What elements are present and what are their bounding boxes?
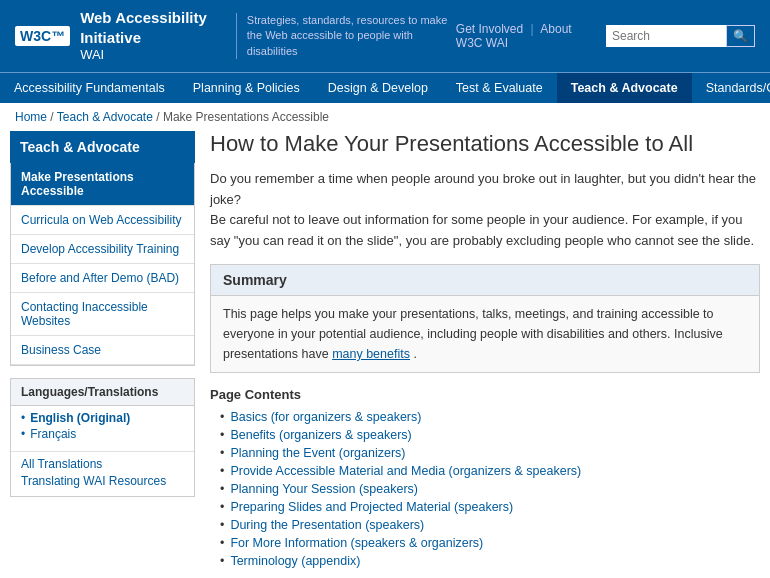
w3c-text: W3C bbox=[20, 28, 51, 44]
nav-link-design-develop[interactable]: Design & Develop bbox=[314, 73, 442, 103]
page-contents: Page Contents Basics (for organizers & s… bbox=[210, 387, 760, 568]
page-layout: Teach & Advocate Make Presentations Acce… bbox=[0, 131, 770, 578]
intro-line2: Be careful not to leave out information … bbox=[210, 210, 760, 252]
toc-link-planning-session[interactable]: Planning Your Session (speakers) bbox=[230, 482, 418, 496]
breadcrumb-sep2: / bbox=[156, 110, 163, 124]
breadcrumb-home[interactable]: Home bbox=[15, 110, 47, 124]
toc-link-more-info[interactable]: For More Information (speakers & organiz… bbox=[230, 536, 483, 550]
sidebar-lang-links: All Translations Translating WAI Resourc… bbox=[11, 451, 194, 496]
summary-text-before: This page helps you make your presentati… bbox=[223, 307, 723, 361]
tagline: Strategies, standards, resources to make… bbox=[236, 13, 456, 59]
sidebar-item-bad: Before and After Demo (BAD) bbox=[11, 264, 194, 293]
toc-item-planning-event: Planning the Event (organizers) bbox=[220, 446, 760, 460]
sidebar-nav-list: Make Presentations Accessible Curricula … bbox=[11, 163, 194, 365]
summary-heading: Summary bbox=[211, 265, 759, 296]
toc-link-preparing-slides[interactable]: Preparing Slides and Projected Material … bbox=[230, 500, 513, 514]
toc-link-planning-event[interactable]: Planning the Event (organizers) bbox=[230, 446, 405, 460]
nav-link-teach-advocate[interactable]: Teach & Advocate bbox=[557, 73, 692, 103]
sidebar-lang-link-english[interactable]: English (Original) bbox=[30, 411, 130, 425]
sidebar-nav: Make Presentations Accessible Curricula … bbox=[10, 163, 195, 366]
search-button[interactable]: 🔍 bbox=[726, 25, 755, 47]
nav-item-planning-policies: Planning & Policies bbox=[179, 73, 314, 103]
page-title: How to Make Your Presentations Accessibl… bbox=[210, 131, 760, 157]
sidebar-link-bad[interactable]: Before and After Demo (BAD) bbox=[11, 264, 194, 293]
summary-box: Summary This page helps you make your pr… bbox=[210, 264, 760, 373]
toc-item-preparing-slides: Preparing Slides and Projected Material … bbox=[220, 500, 760, 514]
separator: | bbox=[531, 22, 534, 36]
wai-full-name: Web Accessibility Initiative bbox=[80, 8, 226, 47]
sidebar-lang-english: English (Original) bbox=[21, 411, 184, 425]
search-box: 🔍 bbox=[606, 25, 755, 47]
nav-link-standards-guidelines[interactable]: Standards/Guidelines bbox=[692, 73, 770, 103]
nav-link-planning-policies[interactable]: Planning & Policies bbox=[179, 73, 314, 103]
header-links: Get Involved | About W3C WAI bbox=[456, 22, 596, 50]
get-involved-link[interactable]: Get Involved bbox=[456, 22, 523, 36]
all-translations-link[interactable]: All Translations bbox=[21, 457, 184, 471]
toc-link-terminology[interactable]: Terminology (appendix) bbox=[230, 554, 360, 568]
w3c-logo: W3C™ bbox=[15, 26, 70, 46]
sidebar-link-curricula[interactable]: Curricula on Web Accessibility bbox=[11, 206, 194, 235]
sidebar-lang-francais: Français bbox=[21, 427, 184, 441]
header-right: Get Involved | About W3C WAI 🔍 bbox=[456, 22, 755, 50]
sidebar-link-make-presentations[interactable]: Make Presentations Accessible bbox=[11, 163, 194, 206]
sidebar-link-business-case[interactable]: Business Case bbox=[11, 336, 194, 365]
summary-text-after: . bbox=[413, 347, 416, 361]
main-nav: Accessibility Fundamentals Planning & Po… bbox=[0, 72, 770, 103]
nav-item-accessibility-fundamentals: Accessibility Fundamentals bbox=[0, 73, 179, 103]
many-benefits-link[interactable]: many benefits bbox=[332, 347, 410, 361]
toc-item-more-info: For More Information (speakers & organiz… bbox=[220, 536, 760, 550]
site-header: W3C™ Web Accessibility Initiative WAI St… bbox=[0, 0, 770, 72]
toc-item-planning-session: Planning Your Session (speakers) bbox=[220, 482, 760, 496]
toc-item-during-presentation: During the Presentation (speakers) bbox=[220, 518, 760, 532]
toc-link-basics[interactable]: Basics (for organizers & speakers) bbox=[230, 410, 421, 424]
toc-item-basics: Basics (for organizers & speakers) bbox=[220, 410, 760, 424]
toc-item-benefits: Benefits (organizers & speakers) bbox=[220, 428, 760, 442]
nav-item-design-develop: Design & Develop bbox=[314, 73, 442, 103]
toc-link-benefits[interactable]: Benefits (organizers & speakers) bbox=[230, 428, 411, 442]
toc-link-accessible-material[interactable]: Provide Accessible Material and Media (o… bbox=[230, 464, 581, 478]
breadcrumb-current: Make Presentations Accessible bbox=[163, 110, 329, 124]
sidebar-link-develop-training[interactable]: Develop Accessibility Training bbox=[11, 235, 194, 264]
breadcrumb-teach-advocate[interactable]: Teach & Advocate bbox=[57, 110, 153, 124]
sidebar-item-business-case: Business Case bbox=[11, 336, 194, 365]
toc-item-accessible-material: Provide Accessible Material and Media (o… bbox=[220, 464, 760, 478]
wai-abbr: WAI bbox=[80, 47, 226, 64]
nav-link-accessibility-fundamentals[interactable]: Accessibility Fundamentals bbox=[0, 73, 179, 103]
nav-item-test-evaluate: Test & Evaluate bbox=[442, 73, 557, 103]
sidebar-lang-link-francais[interactable]: Français bbox=[30, 427, 76, 441]
toc-link-during-presentation[interactable]: During the Presentation (speakers) bbox=[230, 518, 424, 532]
sidebar-item-curricula: Curricula on Web Accessibility bbox=[11, 206, 194, 235]
search-input[interactable] bbox=[606, 25, 726, 47]
sidebar-lang-title: Languages/Translations bbox=[11, 379, 194, 406]
nav-item-standards-guidelines: Standards/Guidelines bbox=[692, 73, 770, 103]
wai-title: Web Accessibility Initiative WAI bbox=[80, 8, 226, 64]
sidebar-item-make-presentations: Make Presentations Accessible bbox=[11, 163, 194, 206]
sidebar-item-develop-training: Develop Accessibility Training bbox=[11, 235, 194, 264]
translating-wai-link[interactable]: Translating WAI Resources bbox=[21, 474, 184, 488]
logo-area: W3C™ Web Accessibility Initiative WAI St… bbox=[15, 8, 456, 64]
sidebar-lang-list: English (Original) Français bbox=[11, 406, 194, 448]
intro-text: Do you remember a time when people aroun… bbox=[210, 169, 760, 252]
nav-link-test-evaluate[interactable]: Test & Evaluate bbox=[442, 73, 557, 103]
sidebar-title: Teach & Advocate bbox=[10, 131, 195, 163]
nav-item-teach-advocate: Teach & Advocate bbox=[557, 73, 692, 103]
summary-text: This page helps you make your presentati… bbox=[211, 296, 759, 372]
page-contents-list: Basics (for organizers & speakers) Benef… bbox=[210, 410, 760, 568]
sidebar: Teach & Advocate Make Presentations Acce… bbox=[10, 131, 195, 578]
toc-item-terminology: Terminology (appendix) bbox=[220, 554, 760, 568]
intro-line1: Do you remember a time when people aroun… bbox=[210, 169, 760, 211]
page-contents-heading: Page Contents bbox=[210, 387, 760, 402]
sidebar-link-contacting[interactable]: Contacting Inaccessible Websites bbox=[11, 293, 194, 336]
nav-list: Accessibility Fundamentals Planning & Po… bbox=[0, 73, 770, 103]
main-content: How to Make Your Presentations Accessibl… bbox=[210, 131, 760, 578]
sidebar-languages: Languages/Translations English (Original… bbox=[10, 378, 195, 497]
sidebar-item-contacting: Contacting Inaccessible Websites bbox=[11, 293, 194, 336]
breadcrumb: Home / Teach & Advocate / Make Presentat… bbox=[0, 103, 770, 131]
